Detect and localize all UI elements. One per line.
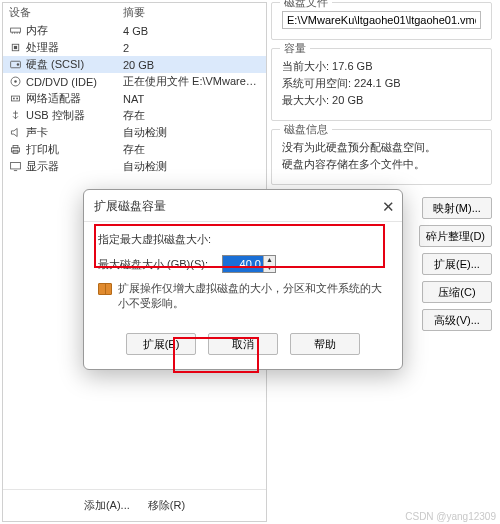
svg-rect-17 [11,162,21,169]
sound-icon [9,126,22,139]
hardware-label: USB 控制器 [26,108,85,123]
spin-buttons[interactable]: ▲▼ [263,256,275,272]
capacity-current: 当前大小: 17.6 GB [282,59,481,74]
capacity-group: 容量 当前大小: 17.6 GB 系统可用空间: 224.1 GB 最大大小: … [271,48,492,121]
hardware-value: 20 GB [123,59,260,71]
dialog-cancel-button[interactable]: 取消 [208,333,278,355]
cpu-icon [9,41,22,54]
hardware-value: 自动检测 [123,125,260,140]
display-icon [9,160,22,173]
diskinfo-line1: 没有为此硬盘预分配磁盘空间。 [282,140,481,155]
info-icon [98,283,112,295]
hardware-row[interactable]: CD/DVD (IDE)正在使用文件 E:\VMwareKu\Ce... [3,73,266,90]
hardware-label: 硬盘 (SCSI) [26,57,84,72]
hardware-label: 打印机 [26,142,59,157]
cd-icon [9,75,22,88]
hardware-value: 存在 [123,142,260,157]
defrag-button[interactable]: 碎片整理(D) [419,225,492,247]
diskinfo-title: 磁盘信息 [280,122,332,137]
hardware-value: 正在使用文件 E:\VMwareKu\Ce... [123,74,260,89]
hardware-row[interactable]: 内存4 GB [3,22,266,39]
hardware-label: 显示器 [26,159,59,174]
hardware-value: NAT [123,93,260,105]
hardware-value: 2 [123,42,260,54]
add-hardware-button[interactable]: 添加(A)... [78,496,136,515]
memory-icon [9,24,22,37]
remove-hardware-button[interactable]: 移除(R) [142,496,191,515]
compact-button[interactable]: 压缩(C) [422,281,492,303]
disk-icon [9,58,22,71]
diskfile-title: 磁盘文件 [280,0,332,10]
capacity-title: 容量 [280,41,310,56]
hardware-row[interactable]: 打印机存在 [3,141,266,158]
hardware-row[interactable]: 声卡自动检测 [3,124,266,141]
watermark-text: CSDN @yang12309 [405,511,496,522]
hardware-label: 处理器 [26,40,59,55]
dialog-instruction: 指定最大虚拟磁盘大小: [98,232,388,247]
svg-rect-0 [11,28,21,32]
dialog-help-button[interactable]: 帮助 [290,333,360,355]
svg-rect-12 [13,98,15,100]
hardware-row[interactable]: 硬盘 (SCSI)20 GB [3,56,266,73]
col-summary: 摘要 [123,5,145,20]
max-size-label: 最大磁盘大小 (GB)(S): [98,257,218,272]
diskinfo-line2: 硬盘内容存储在多个文件中。 [282,157,481,172]
diskinfo-group: 磁盘信息 没有为此硬盘预分配磁盘空间。 硬盘内容存储在多个文件中。 [271,129,492,185]
svg-point-10 [14,80,16,82]
svg-rect-13 [16,98,18,100]
hardware-value: 4 GB [123,25,260,37]
hardware-label: 网络适配器 [26,91,81,106]
expand-disk-dialog: 扩展磁盘容量 ✕ 指定最大虚拟磁盘大小: 最大磁盘大小 (GB)(S): ▲▼ … [83,189,403,370]
dialog-title: 扩展磁盘容量 [94,198,166,215]
hardware-row[interactable]: 显示器自动检测 [3,158,266,175]
usb-icon [9,109,22,122]
hardware-row[interactable]: 处理器2 [3,39,266,56]
hardware-list-header: 设备 摘要 [3,3,266,22]
hardware-label: CD/DVD (IDE) [26,76,97,88]
dialog-close-button[interactable]: ✕ [376,199,392,215]
hardware-row[interactable]: 网络适配器NAT [3,90,266,107]
nic-icon [9,92,22,105]
col-device: 设备 [9,5,123,20]
dialog-hint: 扩展操作仅增大虚拟磁盘的大小，分区和文件系统的大小不受影响。 [118,281,388,311]
diskfile-group: 磁盘文件 [271,2,492,40]
dialog-expand-button[interactable]: 扩展(E) [126,333,196,355]
hardware-row[interactable]: USB 控制器存在 [3,107,266,124]
hardware-value: 自动检测 [123,159,260,174]
svg-rect-15 [13,145,18,147]
hardware-label: 声卡 [26,125,48,140]
svg-rect-11 [11,96,19,101]
svg-point-8 [17,63,19,65]
map-button[interactable]: 映射(M)... [422,197,492,219]
printer-icon [9,143,22,156]
hardware-label: 内存 [26,23,48,38]
hardware-value: 存在 [123,108,260,123]
expand-button[interactable]: 扩展(E)... [422,253,492,275]
svg-rect-6 [14,46,17,49]
diskfile-path-field [282,11,481,29]
capacity-max: 最大大小: 20 GB [282,93,481,108]
advanced-button[interactable]: 高级(V)... [422,309,492,331]
hardware-list-footer: 添加(A)... 移除(R) [3,489,266,521]
capacity-free: 系统可用空间: 224.1 GB [282,76,481,91]
